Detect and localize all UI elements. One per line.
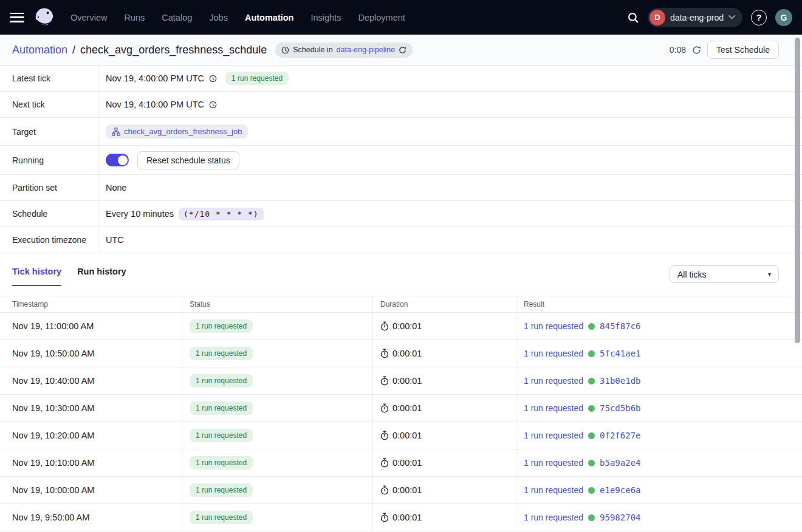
- tick-status-badge[interactable]: 1 run requested: [190, 483, 253, 497]
- tick-duration: 0:00:01: [392, 376, 422, 386]
- workspace-label: data-eng-prod: [670, 13, 724, 22]
- tick-timestamp: Nov 19, 10:20:00 AM: [0, 422, 182, 449]
- page-title: check_avg_orders_freshness_schdule: [80, 44, 267, 56]
- partition-set-label: Partition set: [0, 175, 98, 200]
- stopwatch-icon: [380, 321, 389, 331]
- cron-expression-badge: (*/10 * * * *): [179, 208, 264, 220]
- nav-right-cluster: D data-eng-prod ? G: [627, 8, 792, 27]
- tick-filter-value: All ticks: [677, 270, 706, 279]
- nav-item-deployment[interactable]: Deployment: [358, 13, 405, 22]
- partition-set-value: None: [106, 183, 127, 193]
- table-row: Nov 19, 10:10:00 AM 1 run requested 0:00…: [0, 449, 802, 477]
- header-result: Result: [516, 296, 802, 312]
- run-id-link[interactable]: 845f87c6: [600, 321, 640, 331]
- reset-schedule-status-button[interactable]: Reset schedule status: [137, 151, 239, 169]
- next-tick-value: Nov 19, 4:10:00 PM UTC: [106, 100, 204, 109]
- table-row: Nov 19, 10:40:00 AM 1 run requested 0:00…: [0, 367, 802, 395]
- tick-status-badge[interactable]: 1 run requested: [190, 429, 253, 442]
- tick-result-link[interactable]: 1 run requested: [524, 321, 583, 331]
- tick-status-badge[interactable]: 1 run requested: [190, 456, 253, 469]
- header-status: Status: [182, 296, 373, 312]
- tick-timestamp: Nov 19, 10:10:00 AM: [0, 449, 182, 476]
- target-job-link[interactable]: check_avg_orders_freshness_job: [106, 124, 248, 138]
- hamburger-menu-icon[interactable]: [10, 13, 24, 22]
- nav-item-runs[interactable]: Runs: [124, 13, 145, 22]
- stopwatch-icon: [380, 376, 389, 386]
- tick-result-link[interactable]: 1 run requested: [524, 349, 583, 358]
- next-tick-label: Next tick: [0, 92, 98, 117]
- tick-result-link[interactable]: 1 run requested: [524, 513, 583, 522]
- nav-item-jobs[interactable]: Jobs: [209, 13, 228, 22]
- workspace-switcher[interactable]: D data-eng-prod: [648, 8, 742, 27]
- header-timestamp: Timestamp: [0, 296, 182, 312]
- tab-tick-history[interactable]: Tick history: [12, 267, 61, 286]
- tick-result-link[interactable]: 1 run requested: [524, 376, 583, 386]
- target-label: Target: [0, 118, 98, 145]
- run-id-link[interactable]: 0f2f627e: [600, 431, 640, 440]
- run-status-dot: [588, 432, 595, 439]
- nav-item-insights[interactable]: Insights: [310, 13, 341, 22]
- tick-result-link[interactable]: 1 run requested: [524, 485, 583, 495]
- timezone-value: UTC: [106, 235, 124, 245]
- table-row: Nov 19, 10:50:00 AM 1 run requested 0:00…: [0, 340, 802, 367]
- tick-result-link[interactable]: 1 run requested: [524, 403, 583, 413]
- stopwatch-icon: [380, 485, 389, 495]
- nav-item-catalog[interactable]: Catalog: [162, 13, 192, 22]
- run-id-link[interactable]: 5fc41ae1: [600, 349, 640, 358]
- search-icon[interactable]: [627, 12, 639, 24]
- tick-status-badge[interactable]: 1 run requested: [190, 401, 253, 415]
- primary-nav: Overview Runs Catalog Jobs Automation In…: [70, 13, 405, 22]
- tick-duration: 0:00:01: [392, 485, 422, 495]
- refresh-icon: [399, 46, 406, 54]
- breadcrumb-separator: /: [72, 44, 75, 56]
- nav-item-overview[interactable]: Overview: [70, 13, 107, 22]
- schedule-label: Schedule: [0, 201, 98, 227]
- run-id-link[interactable]: e1e9ce6a: [600, 485, 640, 495]
- tick-timestamp: Nov 19, 11:00:00 AM: [0, 313, 182, 339]
- breadcrumb-automation-link[interactable]: Automation: [12, 44, 67, 56]
- clock-icon: [209, 75, 217, 83]
- tick-status-badge[interactable]: 1 run requested: [190, 347, 253, 360]
- run-id-link[interactable]: b5a9a2e4: [600, 458, 640, 468]
- running-toggle[interactable]: [106, 154, 129, 166]
- top-nav: Overview Runs Catalog Jobs Automation In…: [0, 0, 802, 35]
- stopwatch-icon: [380, 458, 389, 468]
- refresh-countdown: 0:08: [670, 45, 686, 55]
- tick-status-badge[interactable]: 1 run requested: [190, 374, 253, 387]
- tick-result-link[interactable]: 1 run requested: [524, 431, 583, 440]
- user-avatar[interactable]: G: [775, 9, 792, 26]
- next-tick-row: Next tick Nov 19, 4:10:00 PM UTC: [0, 92, 802, 118]
- table-header-row: Timestamp Status Duration Result: [0, 296, 802, 313]
- run-status-dot: [588, 460, 595, 466]
- tick-duration: 0:00:01: [392, 403, 422, 413]
- run-id-link[interactable]: 95982704: [600, 513, 640, 522]
- latest-tick-value: Nov 19, 4:00:00 PM UTC: [106, 73, 204, 83]
- pipeline-link[interactable]: data-eng-pipeline: [337, 46, 396, 54]
- run-id-link[interactable]: 75cd5b6b: [600, 403, 640, 413]
- vertical-scrollbar[interactable]: [795, 38, 800, 343]
- run-status-dot: [588, 405, 595, 412]
- header-duration: Duration: [373, 296, 516, 312]
- job-graph-icon: [112, 128, 120, 136]
- tick-status-badge[interactable]: 1 run requested: [190, 511, 253, 524]
- dagster-logo-icon[interactable]: [33, 6, 56, 29]
- tab-run-history[interactable]: Run history: [77, 267, 126, 285]
- run-id-link[interactable]: 31b0e1db: [600, 376, 640, 386]
- schedule-row: Schedule Every 10 minutes (*/10 * * * *): [0, 201, 802, 227]
- table-row: Nov 19, 10:20:00 AM 1 run requested 0:00…: [0, 422, 802, 449]
- tick-history-table: Timestamp Status Duration Result Nov 19,…: [0, 296, 802, 531]
- tick-duration: 0:00:01: [392, 321, 422, 331]
- latest-tick-status-badge[interactable]: 1 run requested: [225, 72, 289, 85]
- help-icon[interactable]: ?: [751, 10, 767, 26]
- tick-filter-select[interactable]: All ticks ▾: [670, 265, 779, 283]
- breadcrumb-bar: Automation / check_avg_orders_freshness_…: [0, 35, 802, 66]
- tick-status-badge[interactable]: 1 run requested: [190, 319, 253, 333]
- table-body: Nov 19, 11:00:00 AM 1 run requested 0:00…: [0, 313, 802, 531]
- nav-item-automation[interactable]: Automation: [245, 13, 294, 22]
- caret-down-icon: ▾: [768, 271, 771, 278]
- table-row: Nov 19, 11:00:00 AM 1 run requested 0:00…: [0, 313, 802, 340]
- refresh-icon[interactable]: [692, 46, 701, 55]
- table-row: Nov 19, 9:50:00 AM 1 run requested 0:00:…: [0, 504, 802, 531]
- tick-result-link[interactable]: 1 run requested: [524, 458, 583, 468]
- test-schedule-button[interactable]: Test Schedule: [707, 41, 779, 59]
